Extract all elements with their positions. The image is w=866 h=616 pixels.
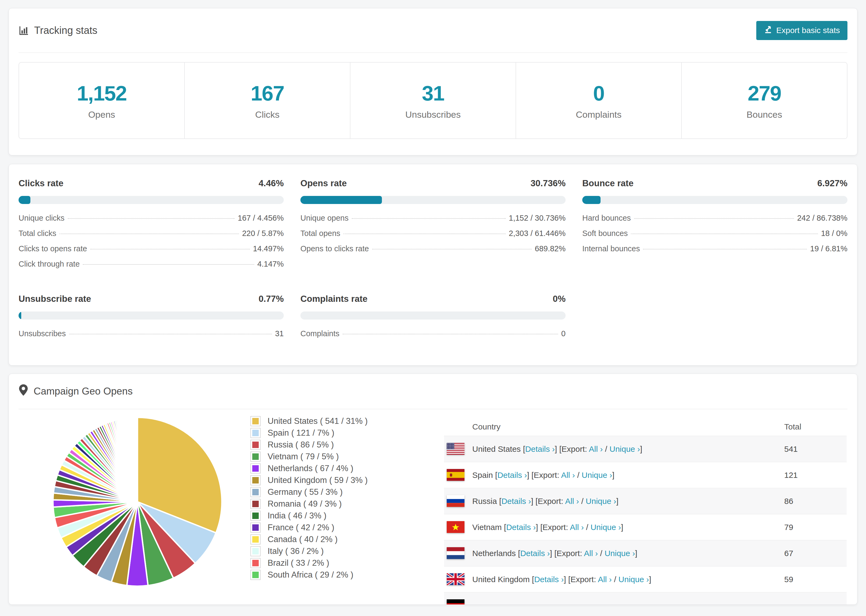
legend-item-romania[interactable]: Romania ( 49 / 3% ): [250, 498, 368, 510]
detail-label: Total opens: [301, 229, 340, 238]
export-unique-link[interactable]: Unique ›: [590, 523, 621, 532]
details-link[interactable]: Details ›: [525, 445, 555, 453]
progress-bar-track: [19, 311, 284, 319]
export-unique-link[interactable]: Unique ›: [605, 549, 635, 558]
legend-label: United States ( 541 / 31% ): [268, 416, 368, 426]
detail-value: 220 / 5.87%: [242, 229, 284, 238]
details-link[interactable]: Details ›: [506, 523, 536, 532]
export-unique-link[interactable]: Unique ›: [619, 575, 649, 584]
rate-title-row: Clicks rate4.46%: [19, 178, 284, 189]
legend-swatch: [250, 558, 261, 568]
legend-swatch: [250, 546, 261, 556]
export-all-link[interactable]: All ›: [561, 471, 575, 479]
export-all-link[interactable]: All ›: [584, 549, 598, 558]
stat-cell-complaints: 0Complaints: [516, 63, 681, 138]
link-separator: /: [603, 445, 609, 453]
stat-value-unsubscribes: 31: [422, 81, 444, 105]
legend-label: Spain ( 121 / 7% ): [268, 428, 334, 438]
rate-card-clicks-rate: Clicks rate4.46%Unique clicks167 / 4.456…: [19, 178, 284, 275]
stat-cell-opens: 1,152Opens: [19, 63, 184, 138]
legend-item-italy[interactable]: Italy ( 36 / 2% ): [250, 545, 368, 557]
total-cell: 541: [784, 445, 798, 454]
detail-value: 2,303 / 61.446%: [509, 229, 565, 238]
legend-label: Germany ( 55 / 3% ): [268, 487, 343, 497]
legend-item-brazil[interactable]: Brazil ( 33 / 2% ): [250, 557, 368, 569]
legend-item-russia[interactable]: Russia ( 86 / 5% ): [250, 439, 368, 451]
link-separator: /: [579, 497, 586, 506]
rate-detail-rows: Unique clicks167 / 4.456%Total clicks220…: [19, 214, 284, 275]
legend-swatch: [250, 416, 261, 426]
legend-item-germany[interactable]: Germany ( 55 / 3% ): [250, 486, 368, 498]
stat-cell-unsubscribes: 31Unsubscribes: [350, 63, 516, 138]
legend-item-vietnam[interactable]: Vietnam ( 79 / 5% ): [250, 451, 368, 462]
legend-item-france[interactable]: France ( 42 / 2% ): [250, 522, 368, 533]
detail-label: Clicks to opens rate: [19, 244, 87, 253]
table-row-germany: [444, 592, 847, 605]
export-unique-link[interactable]: Unique ›: [582, 471, 612, 479]
dotted-leader: [634, 218, 794, 219]
legend-label: Russia ( 86 / 5% ): [268, 440, 334, 449]
flag-netherlands-icon: [447, 547, 464, 559]
legend-item-canada[interactable]: Canada ( 40 / 2% ): [250, 533, 368, 545]
legend-swatch: [250, 522, 261, 533]
rate-card-complaints-rate: Complaints rate0%Complaints0: [301, 294, 565, 344]
stat-value-bounces: 279: [748, 81, 781, 105]
dotted-leader: [352, 218, 505, 219]
tracking-stats-header: Tracking stats Export basic stats: [19, 8, 847, 53]
geo-opens-pie-chart: [52, 416, 223, 587]
dotted-leader: [90, 249, 250, 250]
dotted-leader: [343, 234, 505, 234]
rate-title: Complaints rate: [301, 294, 367, 304]
legend-swatch: [250, 451, 261, 462]
export-basic-stats-button[interactable]: Export basic stats: [756, 21, 847, 40]
progress-bar-track: [301, 311, 565, 319]
legend-item-south-africa[interactable]: South Africa ( 29 / 2% ): [250, 569, 368, 581]
legend-item-united-kingdom[interactable]: United Kingdom ( 59 / 3% ): [250, 475, 368, 486]
export-unique-link[interactable]: Unique ›: [586, 497, 616, 506]
detail-row: Click through rate4.147%: [19, 259, 284, 275]
export-all-link[interactable]: All ›: [565, 497, 579, 506]
details-link[interactable]: Details ›: [501, 497, 531, 506]
link-separator: /: [598, 549, 605, 558]
legend-item-netherlands[interactable]: Netherlands ( 67 / 4% ): [250, 462, 368, 475]
flag-united-states-icon: [447, 443, 464, 455]
legend-item-india[interactable]: India ( 46 / 3% ): [250, 510, 368, 522]
rates-grid: Clicks rate4.46%Unique clicks167 / 4.456…: [19, 178, 847, 344]
details-link[interactable]: Details ›: [520, 549, 550, 558]
rate-title-row: Unsubscribe rate0.77%: [19, 294, 284, 304]
details-link[interactable]: Details ›: [497, 471, 527, 479]
detail-row: Total opens2,303 / 61.446%: [301, 229, 565, 244]
flag-vietnam-icon: [447, 521, 464, 533]
dotted-leader: [372, 249, 532, 250]
details-link[interactable]: Details ›: [534, 575, 564, 584]
campaign-geo-opens-header: Campaign Geo Opens: [19, 374, 847, 409]
stat-label: Complaints: [576, 109, 622, 120]
legend-swatch: [250, 475, 261, 486]
legend-item-spain[interactable]: Spain ( 121 / 7% ): [250, 427, 368, 439]
rates-card: Clicks rate4.46%Unique clicks167 / 4.456…: [9, 164, 857, 366]
export-all-link[interactable]: All ›: [589, 445, 603, 453]
dotted-leader: [68, 218, 235, 219]
detail-label: Unique clicks: [19, 214, 65, 223]
progress-bar-fill: [19, 311, 21, 319]
location-pin-icon: [19, 384, 28, 399]
table-row-united-kingdom: United Kingdom [Details ›] [Export: All …: [444, 567, 847, 592]
export-all-link[interactable]: All ›: [570, 523, 584, 532]
tracking-stats-card: Tracking stats Export basic stats 1,152O…: [9, 8, 857, 156]
summary-stats-box: 1,152Opens167Clicks31Unsubscribes0Compla…: [19, 62, 847, 139]
campaign-geo-opens-card: Campaign Geo Opens United States ( 541 /…: [9, 374, 857, 605]
tracking-stats-title: Tracking stats: [19, 25, 98, 36]
legend-label: Canada ( 40 / 2% ): [268, 534, 337, 544]
flag-germany-icon: [447, 599, 464, 605]
rate-value: 0.77%: [258, 294, 284, 304]
legend-item-united-states[interactable]: United States ( 541 / 31% ): [250, 415, 368, 427]
rate-value: 30.736%: [531, 178, 565, 189]
stat-label: Opens: [88, 109, 115, 120]
legend-swatch: [250, 464, 261, 473]
detail-row: Internal bounces19 / 6.81%: [582, 244, 847, 259]
legend-swatch: [250, 440, 261, 450]
detail-row: Total clicks220 / 5.87%: [19, 229, 284, 244]
legend-label: South Africa ( 29 / 2% ): [268, 570, 353, 580]
export-unique-link[interactable]: Unique ›: [609, 445, 640, 453]
export-all-link[interactable]: All ›: [598, 575, 612, 584]
